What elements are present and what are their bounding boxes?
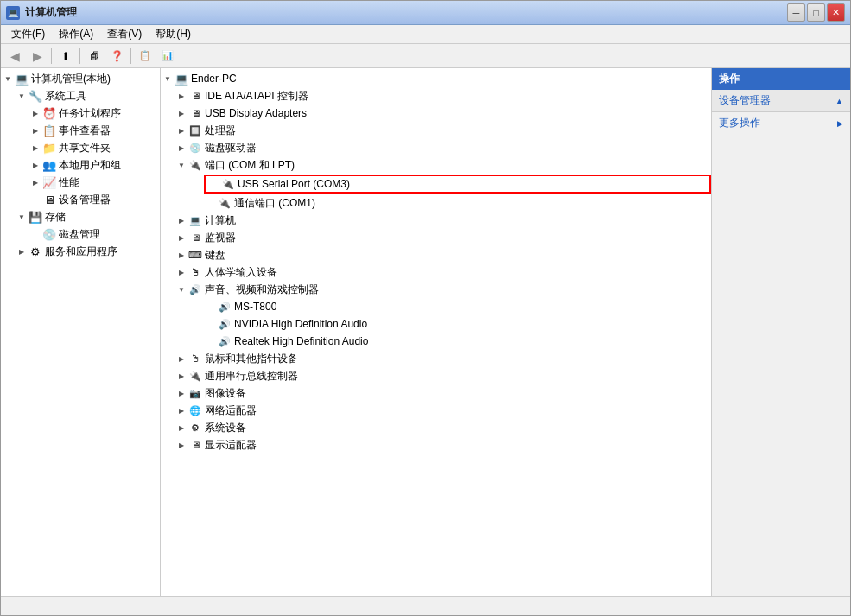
right-tree-nvidia[interactable]: 🔊 NVIDIA High Definition Audio (161, 315, 711, 333)
expand-storage[interactable] (15, 210, 29, 224)
menu-view[interactable]: 查看(V) (100, 25, 149, 43)
menu-help[interactable]: 帮助(H) (149, 25, 198, 43)
expand-processor[interactable] (175, 124, 188, 137)
label-storage: 存储 (45, 210, 66, 225)
maximize-button[interactable]: □ (807, 3, 825, 22)
expand-usbdisplay[interactable] (175, 106, 188, 120)
close-button[interactable]: ✕ (827, 3, 845, 22)
right-tree-root[interactable]: 💻 Ender-PC (161, 70, 711, 87)
icon-comport: 🔌 (188, 158, 202, 172)
left-tree-task[interactable]: ⏰ 任务计划程序 (1, 105, 160, 122)
action-more-arrow: ▶ (837, 119, 843, 128)
left-tree-devmgr[interactable]: 🖥 设备管理器 (1, 191, 160, 208)
label-perf: 性能 (59, 175, 79, 190)
toolbar-back[interactable]: ◀ (4, 47, 25, 66)
expand-eventlog[interactable] (29, 124, 42, 137)
label-keyboard: 键盘 (205, 248, 225, 263)
right-tree-monitor[interactable]: 🖥 监视器 (161, 229, 711, 246)
toolbar-extra2[interactable]: 📊 (157, 47, 178, 66)
icon-diskdrive: 💿 (188, 141, 202, 155)
right-tree-com1[interactable]: 🔌 通信端口 (COM1) (161, 194, 711, 212)
toolbar-up[interactable]: ⬆ (55, 47, 76, 66)
icon-storage: 💾 (29, 210, 42, 224)
right-tree-usbdisplay[interactable]: 🖥 USB Display Adapters (161, 105, 711, 122)
label-processor: 处理器 (205, 124, 236, 138)
left-tree-localusers[interactable]: 👥 本地用户和组 (1, 156, 160, 174)
minimize-button[interactable]: ─ (787, 3, 805, 22)
left-tree-perf[interactable]: 📈 性能 (1, 174, 160, 191)
right-tree-ideata[interactable]: 🖥 IDE ATA/ATAPI 控制器 (161, 87, 711, 105)
expand-ideata[interactable] (175, 89, 188, 103)
label-systools: 系统工具 (45, 89, 86, 104)
toolbar-forward[interactable]: ▶ (27, 47, 48, 66)
expand-imaging[interactable] (175, 386, 188, 400)
right-tree-diskdrive[interactable]: 💿 磁盘驱动器 (161, 139, 711, 156)
expand-share[interactable] (29, 141, 42, 155)
label-devmgr: 设备管理器 (59, 193, 111, 207)
left-tree-diskmgr[interactable]: 💿 磁盘管理 (1, 225, 160, 243)
expand-diskdrive[interactable] (175, 141, 188, 155)
label-share: 共享文件夹 (59, 141, 111, 156)
icon-diskmgr: 💿 (42, 227, 56, 241)
left-tree-eventlog[interactable]: 📋 事件查看器 (1, 122, 160, 139)
expand-displayadapter[interactable] (175, 438, 188, 452)
right-tree-processor[interactable]: 🔲 处理器 (161, 122, 711, 139)
right-tree-realtek[interactable]: 🔊 Realtek High Definition Audio (161, 333, 711, 350)
expand-network[interactable] (175, 403, 188, 417)
icon-eventlog: 📋 (42, 124, 56, 137)
right-tree-humaninput[interactable]: 🖱 人体学输入设备 (161, 264, 711, 281)
expand-services[interactable] (15, 244, 29, 258)
left-tree-systools[interactable]: 🔧 系统工具 (1, 87, 160, 105)
left-tree-share[interactable]: 📁 共享文件夹 (1, 139, 160, 156)
expand-task[interactable] (29, 106, 42, 120)
toolbar-extra1[interactable]: 📋 (135, 47, 156, 66)
label-root: 计算机管理(本地) (31, 72, 111, 86)
label-diskmgr: 磁盘管理 (59, 227, 100, 242)
left-tree-root[interactable]: 💻 计算机管理(本地) (1, 70, 160, 87)
icon-humaninput: 🖱 (188, 265, 202, 279)
icon-keyboard: ⌨ (188, 248, 202, 262)
expand-perf[interactable] (29, 175, 42, 189)
right-tree-network[interactable]: 🌐 网络适配器 (161, 402, 711, 419)
toolbar-show-hide[interactable]: 🗐 (84, 47, 105, 66)
expand-comport[interactable] (175, 158, 188, 172)
expand-humaninput[interactable] (175, 265, 188, 279)
window-icon: 💻 (6, 6, 20, 20)
right-tree-imaging[interactable]: 📷 图像设备 (161, 384, 711, 402)
action-more[interactable]: 更多操作 ▶ (712, 112, 850, 134)
toolbar-help[interactable]: ❓ (106, 47, 127, 66)
left-tree-storage[interactable]: 💾 存储 (1, 208, 160, 225)
right-panel: 操作 设备管理器 ▲ 更多操作 ▶ (712, 68, 850, 596)
expand-systools[interactable] (15, 89, 29, 103)
icon-usbdisplay: 🖥 (188, 106, 202, 120)
right-tree-usb[interactable]: 🔌 通用串行总线控制器 (161, 367, 711, 384)
expand-mouse[interactable] (175, 352, 188, 365)
status-bar (1, 596, 850, 615)
action-devmgr[interactable]: 设备管理器 ▲ (712, 90, 850, 112)
right-tree-mouse[interactable]: 🖱 鼠标和其他指针设备 (161, 350, 711, 367)
expand-monitor[interactable] (175, 231, 188, 244)
expand-computer[interactable] (175, 213, 188, 227)
expand-sound[interactable] (175, 283, 188, 296)
expand-sysdev[interactable] (175, 421, 188, 435)
label-diskdrive: 磁盘驱动器 (205, 141, 257, 156)
right-tree-comport[interactable]: 🔌 端口 (COM 和 LPT) (161, 156, 711, 174)
expand-keyboard[interactable] (175, 248, 188, 262)
expand-realtek (204, 334, 218, 348)
right-tree-displayadapter[interactable]: 🖥 显示适配器 (161, 436, 711, 454)
expand-enderpc[interactable] (161, 72, 175, 86)
expand-usb[interactable] (175, 369, 188, 383)
title-bar-left: 💻 计算机管理 (6, 5, 77, 20)
left-tree-services[interactable]: ⚙ 服务和应用程序 (1, 243, 160, 260)
right-tree-sysdev[interactable]: ⚙ 系统设备 (161, 419, 711, 436)
right-tree-sound[interactable]: 🔊 声音、视频和游戏控制器 (161, 281, 711, 298)
right-tree-mst800[interactable]: 🔊 MS-T800 (161, 298, 711, 315)
right-tree-usbserial[interactable]: 🔌 USB Serial Port (COM3) (204, 175, 711, 194)
menu-file[interactable]: 文件(F) (4, 25, 52, 43)
expand-root[interactable] (1, 72, 15, 86)
menu-action[interactable]: 操作(A) (52, 25, 100, 43)
right-tree-keyboard[interactable]: ⌨ 键盘 (161, 246, 711, 264)
label-realtek: Realtek High Definition Audio (234, 335, 368, 347)
expand-localusers[interactable] (29, 158, 42, 172)
right-tree-computer[interactable]: 💻 计算机 (161, 212, 711, 229)
